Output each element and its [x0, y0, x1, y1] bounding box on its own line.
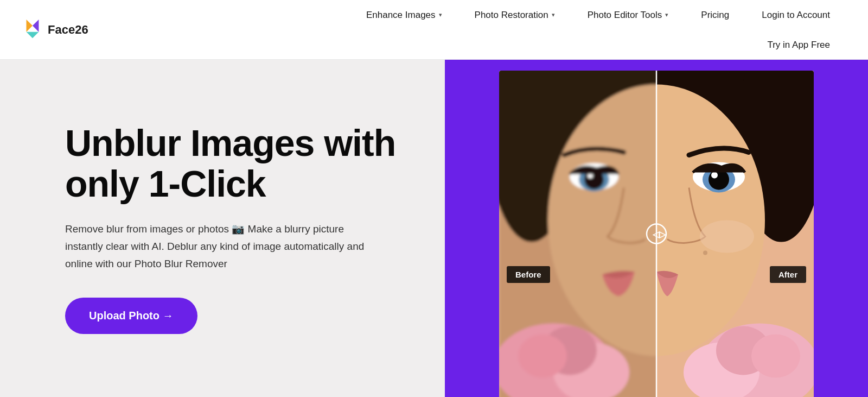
- image-compare-wrapper: ◁▷ Before After: [499, 71, 814, 397]
- svg-point-23: [700, 220, 754, 253]
- svg-point-28: [751, 335, 800, 378]
- nav-photo-restoration[interactable]: Photo Restoration ▾: [458, 10, 571, 21]
- svg-point-24: [703, 251, 707, 255]
- nav-login[interactable]: Login to Account: [745, 10, 846, 21]
- tools-chevron-icon: ▾: [665, 11, 668, 18]
- hero-title: Unblur Images with only 1-Click: [65, 123, 401, 204]
- nav-photo-editor-tools[interactable]: Photo Editor Tools ▾: [571, 10, 685, 21]
- enhance-chevron-icon: ▾: [439, 11, 442, 18]
- nav-try-app[interactable]: Try in App Free: [751, 40, 846, 51]
- svg-point-22: [711, 172, 718, 179]
- hero-section: Unblur Images with only 1-Click Remove b…: [0, 60, 445, 397]
- portrait-svg: ◁▷: [499, 71, 814, 397]
- svg-point-14: [518, 335, 567, 378]
- upload-photo-button[interactable]: Upload Photo →: [65, 298, 197, 334]
- svg-text:◁▷: ◁▷: [652, 230, 667, 239]
- logo-area[interactable]: Face26: [22, 18, 88, 41]
- nav-pricing[interactable]: Pricing: [685, 10, 745, 21]
- nav-area: Enhance Images ▾ Photo Restoration ▾ Pho…: [350, 0, 846, 60]
- logo-text: Face26: [48, 23, 88, 37]
- right-section: ◁▷ Before After: [445, 60, 868, 397]
- nav-bottom: Try in App Free: [350, 30, 846, 60]
- after-label: After: [770, 266, 806, 283]
- logo-icon: [22, 18, 42, 41]
- restoration-chevron-icon: ▾: [552, 11, 555, 18]
- before-label: Before: [507, 266, 550, 283]
- nav-enhance-images[interactable]: Enhance Images ▾: [350, 10, 458, 21]
- header: Face26 Enhance Images ▾ Photo Restoratio…: [0, 0, 868, 60]
- nav-top: Enhance Images ▾ Photo Restoration ▾ Pho…: [350, 0, 846, 30]
- main-content: Unblur Images with only 1-Click Remove b…: [0, 60, 868, 397]
- hero-description: Remove blur from images or photos 📷 Make…: [65, 220, 380, 273]
